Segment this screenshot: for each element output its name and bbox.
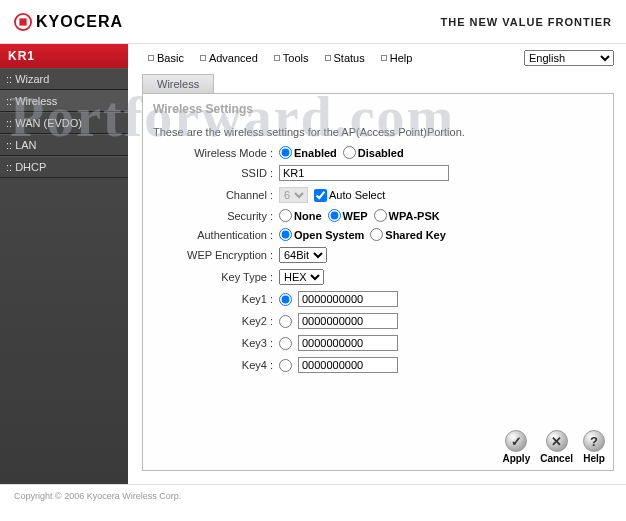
opt-label: WPA-PSK (389, 210, 440, 222)
logo: KYOCERA (14, 13, 123, 31)
brand-tagline: THE NEW VALUE FRONTIER (440, 16, 612, 28)
header: KYOCERA THE NEW VALUE FRONTIER (0, 0, 626, 44)
tab-wireless[interactable]: Wireless (142, 74, 214, 93)
mode-enabled-radio[interactable] (279, 146, 292, 159)
square-icon (148, 55, 154, 61)
nav-label: Tools (283, 52, 309, 64)
label-wep: WEP Encryption : (153, 249, 279, 261)
key3-input[interactable] (298, 335, 398, 351)
sidebar-item-dhcp[interactable]: :: DHCP (0, 156, 128, 178)
ssid-input[interactable] (279, 165, 449, 181)
key4-radio[interactable] (279, 359, 292, 372)
autoselect-label: Auto Select (329, 189, 385, 201)
square-icon (200, 55, 206, 61)
label-key3: Key3 : (153, 337, 279, 349)
panel-description: These are the wireless settings for the … (153, 126, 603, 138)
settings-panel: Wireless Settings These are the wireless… (142, 93, 614, 471)
opt-label: WEP (343, 210, 368, 222)
square-icon (274, 55, 280, 61)
opt-label: Disabled (358, 147, 404, 159)
key2-input[interactable] (298, 313, 398, 329)
nav-label: Status (334, 52, 365, 64)
kyocera-logo-icon (14, 13, 32, 31)
nav-status[interactable]: Status (319, 52, 371, 64)
language-select[interactable]: English (524, 50, 614, 66)
nav-label: Advanced (209, 52, 258, 64)
security-wep-radio[interactable] (328, 209, 341, 222)
label-keytype: Key Type : (153, 271, 279, 283)
sidebar-item-wireless[interactable]: :: Wireless (0, 90, 128, 112)
autoselect-checkbox[interactable] (314, 189, 327, 202)
keytype-select[interactable]: HEX (279, 269, 324, 285)
opt-label: Open System (294, 229, 364, 241)
sidebar-head: KR1 (0, 44, 128, 68)
square-icon (325, 55, 331, 61)
content-area: Basic Advanced Tools Status Help English… (128, 44, 626, 484)
apply-label: Apply (502, 453, 530, 464)
mode-disabled-radio[interactable] (343, 146, 356, 159)
nav-advanced[interactable]: Advanced (194, 52, 264, 64)
sidebar: KR1 :: Wizard :: Wireless :: WAN (EVDO) … (0, 44, 128, 484)
cancel-button[interactable]: ✕ Cancel (540, 430, 573, 464)
nav-label: Basic (157, 52, 184, 64)
top-nav: Basic Advanced Tools Status Help English (142, 48, 614, 74)
label-key2: Key2 : (153, 315, 279, 327)
label-security: Security : (153, 210, 279, 222)
action-buttons: ✓ Apply ✕ Cancel ? Help (502, 430, 605, 464)
nav-basic[interactable]: Basic (142, 52, 190, 64)
panel-title: Wireless Settings (153, 102, 603, 116)
label-ssid: SSID : (153, 167, 279, 179)
auth-open-radio[interactable] (279, 228, 292, 241)
cancel-label: Cancel (540, 453, 573, 464)
security-none-radio[interactable] (279, 209, 292, 222)
sidebar-item-wizard[interactable]: :: Wizard (0, 68, 128, 90)
footer-copyright: Copyright © 2006 Kyocera Wireless Corp. (0, 484, 626, 507)
key1-input[interactable] (298, 291, 398, 307)
check-icon: ✓ (505, 430, 527, 452)
nav-help[interactable]: Help (375, 52, 419, 64)
nav-label: Help (390, 52, 413, 64)
auth-shared-radio[interactable] (370, 228, 383, 241)
sidebar-item-wan[interactable]: :: WAN (EVDO) (0, 112, 128, 134)
wep-select[interactable]: 64Bit (279, 247, 327, 263)
sidebar-item-lan[interactable]: :: LAN (0, 134, 128, 156)
label-auth: Authentication : (153, 229, 279, 241)
key3-radio[interactable] (279, 337, 292, 350)
key4-input[interactable] (298, 357, 398, 373)
key2-radio[interactable] (279, 315, 292, 328)
label-key4: Key4 : (153, 359, 279, 371)
x-icon: ✕ (546, 430, 568, 452)
help-button[interactable]: ? Help (583, 430, 605, 464)
opt-label: Shared Key (385, 229, 446, 241)
label-key1: Key1 : (153, 293, 279, 305)
label-channel: Channel : (153, 189, 279, 201)
svg-rect-1 (19, 18, 26, 25)
brand-name: KYOCERA (36, 13, 123, 31)
square-icon (381, 55, 387, 61)
key1-radio[interactable] (279, 293, 292, 306)
opt-label: Enabled (294, 147, 337, 159)
label-mode: Wireless Mode : (153, 147, 279, 159)
question-icon: ? (583, 430, 605, 452)
opt-label: None (294, 210, 322, 222)
nav-tools[interactable]: Tools (268, 52, 315, 64)
apply-button[interactable]: ✓ Apply (502, 430, 530, 464)
help-label: Help (583, 453, 605, 464)
security-wpapsk-radio[interactable] (374, 209, 387, 222)
language-selector[interactable]: English (524, 50, 614, 66)
channel-select: 6 (279, 187, 308, 203)
